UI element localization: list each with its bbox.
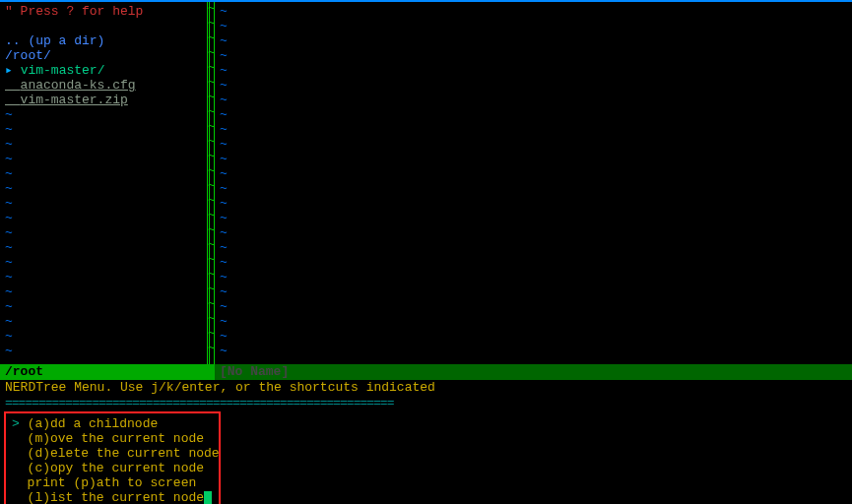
empty-line: ~ [5, 137, 202, 152]
divider-tilde: ~ [208, 268, 214, 283]
divider-tilde: ~ [208, 76, 214, 91]
divider-tilde: ~ [208, 135, 214, 150]
empty-line: ~ [5, 314, 202, 329]
tree-folder-name: vim-master/ [21, 63, 105, 78]
empty-line: ~ [220, 137, 847, 152]
empty-line: ~ [220, 211, 847, 225]
divider-tilde: ~ [208, 2, 214, 17]
split-divider[interactable]: ~ ~ ~ ~ ~ ~ ~ ~ ~ ~ ~ ~ ~ ~ ~ ~ ~ ~ ~ ~ … [207, 2, 215, 364]
empty-line: ~ [5, 284, 202, 299]
blank [5, 19, 202, 33]
empty-line: ~ [220, 19, 847, 33]
empty-line: ~ [220, 122, 847, 137]
menu-item-list[interactable]: (l)ist the current node [12, 490, 213, 504]
empty-line: ~ [5, 270, 202, 284]
empty-line: ~ [5, 329, 202, 344]
empty-line: ~ [5, 299, 202, 314]
divider-tilde: ~ [208, 46, 214, 61]
empty-line: ~ [5, 240, 202, 255]
empty-line: ~ [220, 107, 847, 122]
divider-tilde: ~ [208, 194, 214, 209]
empty-line: ~ [220, 299, 847, 314]
status-left: /root [0, 364, 215, 380]
empty-line: ~ [5, 152, 202, 166]
empty-line: ~ [5, 107, 202, 122]
divider-tilde: ~ [208, 105, 214, 120]
empty-line: ~ [220, 152, 847, 166]
divider-tilde: ~ [208, 283, 214, 297]
empty-line: ~ [5, 122, 202, 137]
editor-pane[interactable]: ~ ~ ~ ~ ~ ~ ~ ~ ~ ~ ~ ~ ~ ~ ~ ~ ~ ~ ~ ~ … [215, 2, 852, 364]
divider-tilde: ~ [208, 32, 214, 46]
tree-expand-icon: ▸ [5, 63, 13, 78]
empty-line: ~ [220, 314, 847, 329]
menu-item-copy[interactable]: (c)opy the current node [12, 461, 213, 475]
menu-item-path[interactable]: print (p)ath to screen [12, 475, 213, 490]
menu-separator: ========================================… [0, 396, 852, 410]
divider-tilde: ~ [208, 238, 214, 253]
up-dir[interactable]: .. (up a dir) [5, 33, 202, 48]
empty-line: ~ [5, 255, 202, 270]
empty-line: ~ [220, 93, 847, 107]
nerdtree-menu[interactable]: > (a)dd a childnode (m)ove the current n… [4, 411, 221, 504]
divider-tilde: ~ [208, 164, 214, 179]
divider-tilde: ~ [208, 209, 214, 223]
empty-line: ~ [5, 344, 202, 358]
terminal-area: " Press ? for help .. (up a dir) /root/ … [0, 0, 852, 364]
empty-line: ~ [220, 255, 847, 270]
menu-item-move[interactable]: (m)ove the current node [12, 431, 213, 446]
divider-tilde: ~ [208, 91, 214, 105]
empty-line: ~ [220, 240, 847, 255]
empty-line: ~ [220, 225, 847, 240]
empty-line: ~ [220, 181, 847, 196]
empty-line: ~ [220, 270, 847, 284]
empty-line: ~ [220, 78, 847, 93]
divider-tilde: ~ [208, 253, 214, 268]
empty-line: ~ [5, 166, 202, 181]
tree-file[interactable]: anaconda-ks.cfg [5, 78, 202, 93]
empty-line: ~ [220, 166, 847, 181]
empty-line: ~ [5, 196, 202, 211]
menu-item-add[interactable]: > (a)dd a childnode [12, 416, 213, 431]
divider-tilde: ~ [208, 17, 214, 32]
divider-tilde: ~ [208, 297, 214, 312]
empty-line: ~ [5, 181, 202, 196]
empty-line: ~ [220, 344, 847, 358]
divider-tilde: ~ [208, 342, 214, 356]
menu-item-delete[interactable]: (d)elete the current node [12, 446, 213, 461]
divider-tilde: ~ [208, 312, 214, 327]
divider-tilde: ~ [208, 327, 214, 342]
tree-folder-row[interactable]: ▸ vim-master/ [5, 63, 202, 78]
empty-line: ~ [220, 33, 847, 48]
divider-tilde: ~ [208, 150, 214, 164]
status-right: [No Name] [215, 364, 852, 380]
empty-line: ~ [220, 63, 847, 78]
empty-line: ~ [5, 225, 202, 240]
divider-tilde: ~ [208, 179, 214, 194]
empty-line: ~ [220, 4, 847, 19]
divider-tilde: ~ [208, 120, 214, 135]
nerdtree-pane[interactable]: " Press ? for help .. (up a dir) /root/ … [0, 2, 207, 364]
divider-tilde: ~ [208, 223, 214, 238]
menu-selected-icon: > [12, 416, 20, 431]
root-path[interactable]: /root/ [5, 48, 202, 63]
empty-line: ~ [220, 329, 847, 344]
menu-prompt: NERDTree Menu. Use j/k/enter, or the sho… [0, 380, 852, 396]
divider-tilde: ~ [208, 61, 214, 76]
status-bar: /root [No Name] [0, 364, 852, 380]
empty-line: ~ [220, 196, 847, 211]
tree-file[interactable]: vim-master.zip [5, 93, 202, 107]
cursor-icon [204, 491, 212, 504]
help-hint: " Press ? for help [5, 4, 202, 19]
empty-line: ~ [5, 211, 202, 225]
empty-line: ~ [220, 284, 847, 299]
empty-line: ~ [220, 48, 847, 63]
